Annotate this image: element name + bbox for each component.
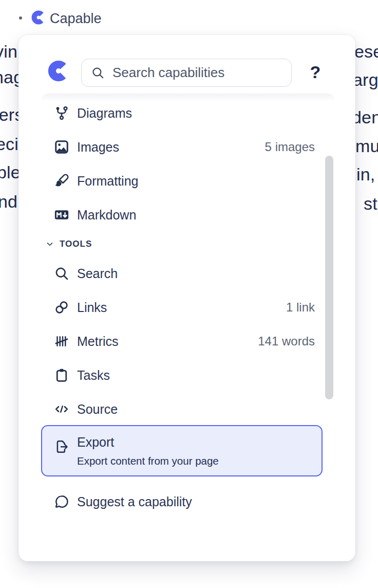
item-badge: 141 words <box>258 334 315 348</box>
list-item-description: Export content from your page <box>77 455 219 467</box>
help-button[interactable]: ? <box>304 58 327 86</box>
list-item-label: Suggest a capability <box>77 494 192 509</box>
list-item-export-selected[interactable]: Export Export content from your page <box>41 425 323 476</box>
bg-text-fragment: nd <box>0 193 17 210</box>
topbar: Capable <box>0 0 378 33</box>
bg-text-fragment: dent <box>352 108 378 126</box>
capability-list: Diagrams Images 5 images Formatting <box>41 94 335 482</box>
list-item-tasks[interactable]: Tasks <box>41 361 325 390</box>
list-item-label: Formatting <box>77 174 138 189</box>
capable-logo-icon <box>48 60 69 82</box>
export-icon <box>54 439 69 454</box>
list-item-source[interactable]: Source <box>41 395 325 424</box>
code-icon <box>54 401 69 417</box>
links-icon <box>54 300 69 315</box>
chevron-down-icon <box>45 240 54 249</box>
search-box[interactable] <box>81 59 292 87</box>
bg-text-fragment: sta <box>364 195 378 212</box>
list-item-label: Source <box>77 402 118 417</box>
bullet-dot <box>19 16 22 20</box>
list-item-label: Links <box>77 300 107 315</box>
list-item-label: Markdown <box>77 208 136 223</box>
list-item-formatting[interactable]: Formatting <box>41 167 325 195</box>
list-item-suggest-capability[interactable]: Suggest a capability <box>41 486 335 517</box>
list-item-label: Diagrams <box>77 106 132 121</box>
list-item-links[interactable]: Links 1 link <box>41 293 325 322</box>
bg-text-fragment: ese <box>354 43 378 60</box>
paintbrush-icon <box>54 173 69 189</box>
search-icon <box>54 266 69 281</box>
bg-text-fragment: ble <box>0 163 21 181</box>
bg-text-fragment: arge <box>353 71 378 88</box>
tally-marks-icon <box>54 334 69 349</box>
bg-text-fragment: eci <box>0 135 18 153</box>
app-name: Capable <box>50 11 102 27</box>
list-item-label: Export <box>77 435 114 450</box>
images-icon <box>54 139 69 155</box>
diagrams-icon <box>54 105 69 121</box>
list-item-search[interactable]: Search <box>41 259 325 288</box>
list-item-metrics[interactable]: Metrics 141 words <box>41 327 325 356</box>
list-item-images[interactable]: Images 5 images <box>41 133 325 161</box>
bg-text-fragment: in, a <box>356 166 378 183</box>
list-item-label: Tasks <box>77 368 110 383</box>
section-header-label: TOOLS <box>60 239 92 249</box>
list-item-label: Metrics <box>77 334 119 349</box>
list-item-label: Search <box>77 266 118 281</box>
list-item-markdown[interactable]: Markdown <box>41 200 325 229</box>
capability-panel: ? Diagrams Images 5 im <box>18 35 355 561</box>
capable-logo-icon <box>31 10 46 25</box>
scroll-fade <box>41 94 335 101</box>
clipboard-icon <box>54 368 69 383</box>
bg-text-fragment: vin <box>0 43 17 60</box>
search-icon <box>91 66 105 80</box>
bg-text-fragment: mu <box>355 137 378 155</box>
list-item-label: Images <box>77 140 119 155</box>
scrollbar-thumb[interactable] <box>325 156 333 399</box>
item-badge: 1 link <box>286 300 315 315</box>
search-input[interactable] <box>111 64 284 81</box>
markdown-icon <box>54 207 69 223</box>
section-header-tools[interactable]: TOOLS <box>41 234 325 254</box>
item-badge: 5 images <box>265 140 315 154</box>
chat-bubble-icon <box>54 494 69 509</box>
list-item-diagrams[interactable]: Diagrams <box>41 99 325 127</box>
